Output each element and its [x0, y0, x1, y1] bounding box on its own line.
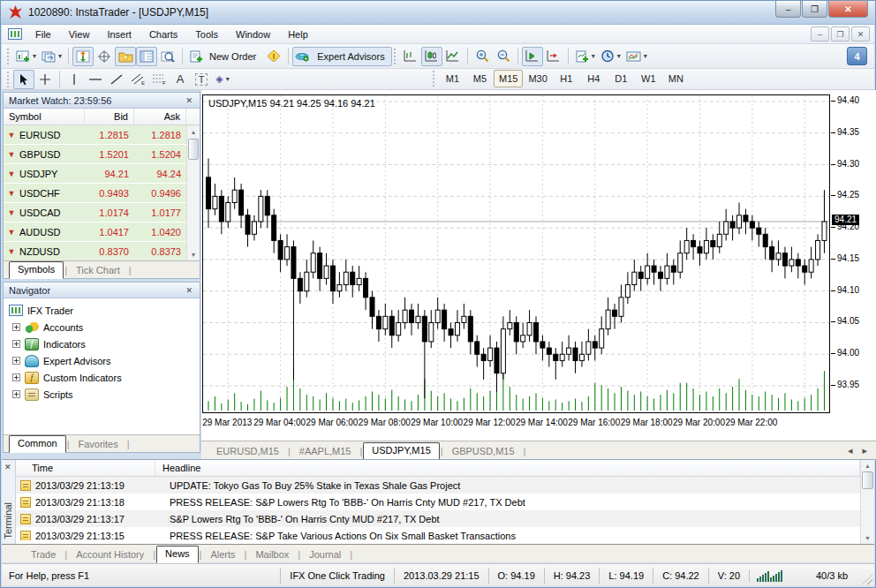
profiles-button[interactable]: ▾: [39, 47, 64, 66]
auto-scroll-button[interactable]: [522, 47, 543, 66]
expert-advisors-button[interactable]: Expert Advisors: [292, 47, 391, 66]
period-w1-button[interactable]: W1: [635, 70, 662, 87]
vertical-line-button[interactable]: [64, 70, 85, 89]
market-watch-row[interactable]: ▼GBPUSD1.52011.5204: [4, 145, 200, 163]
scroll-down-icon[interactable]: ▼: [187, 249, 200, 260]
horizontal-line-button[interactable]: [85, 70, 106, 89]
navigator-close-icon[interactable]: ✕: [184, 286, 194, 295]
market-watch-scrollbar[interactable]: ▲ ▼: [186, 126, 200, 260]
crosshair-tool-button[interactable]: [34, 70, 56, 89]
market-watch-row[interactable]: ▼NZDUSD0.83700.8373: [4, 242, 200, 260]
news-row[interactable]: 2013/03/29 21:13:17S&P Lowers Rtg To 'BB…: [16, 510, 860, 527]
column-bid[interactable]: Bid: [85, 109, 134, 124]
chart-tab-gbpusd-m15[interactable]: GBPUSD,M15: [444, 444, 523, 459]
news-row[interactable]: 2013/03/29 21:13:19UPDATE: Tokyo Gas To …: [16, 477, 860, 494]
terminal-close-icon[interactable]: ✕: [4, 463, 11, 471]
market-watch-close-icon[interactable]: ✕: [184, 96, 194, 105]
market-watch-row[interactable]: ▼EURUSD1.28151.2818: [4, 125, 200, 144]
price-axis[interactable]: 94.4094.3594.3094.2594.2094.1594.1094.05…: [830, 94, 876, 413]
text-label-button[interactable]: T: [191, 70, 212, 89]
terminal-toggle-button[interactable]: [136, 47, 157, 66]
period-m15-button[interactable]: M15: [494, 70, 523, 87]
menu-file[interactable]: File: [26, 26, 60, 42]
window-minimize-button[interactable]: –: [775, 1, 801, 18]
navigator-item-custom-indicators[interactable]: Custom Indicators: [4, 369, 200, 386]
market-watch-row[interactable]: ▼USDCHF0.94930.9496: [4, 184, 200, 202]
period-d1-button[interactable]: D1: [608, 70, 635, 87]
terminal-tab-mailbox[interactable]: Mailbox: [247, 547, 297, 562]
tab-favorites[interactable]: Favorites: [70, 437, 125, 452]
menu-charts[interactable]: Charts: [140, 26, 186, 42]
important-news-button[interactable]: !: [263, 47, 284, 66]
market-watch-toggle-button[interactable]: [72, 47, 94, 66]
fibonacci-button[interactable]: F: [148, 70, 170, 89]
market-watch-row[interactable]: ▼USDCAD1.01741.0177: [4, 203, 200, 222]
navigator-root-item[interactable]: IFX Trader: [4, 302, 200, 319]
new-chart-button[interactable]: ▾: [13, 47, 39, 66]
chart-shift-button[interactable]: [543, 47, 564, 66]
scrollbar-thumb[interactable]: [862, 471, 873, 489]
market-watch-row[interactable]: ▼USDJPY94.2194.24: [4, 164, 200, 183]
menu-tools[interactable]: Tools: [186, 26, 227, 42]
period-mn-button[interactable]: MN: [662, 70, 690, 87]
equidistant-channel-button[interactable]: E: [127, 70, 148, 89]
terminal-tab-journal[interactable]: Journal: [301, 547, 349, 562]
column-time[interactable]: Time: [16, 460, 155, 476]
period-h4-button[interactable]: H4: [580, 70, 608, 87]
chart-close-button[interactable]: ✕: [851, 26, 870, 41]
cursor-button[interactable]: [13, 70, 34, 89]
expand-plus-icon[interactable]: [12, 373, 20, 381]
indicators-button[interactable]: ▾: [572, 47, 598, 66]
chart-tab-eurusd-m15[interactable]: EURUSD,M15: [208, 444, 287, 459]
menu-help[interactable]: Help: [279, 26, 317, 42]
price-chart-canvas[interactable]: [203, 95, 829, 412]
expand-plus-icon[interactable]: [12, 340, 20, 348]
notifications-button[interactable]: 4: [847, 47, 867, 65]
period-m30-button[interactable]: M30: [523, 70, 552, 87]
periods-button[interactable]: ▾: [598, 47, 623, 66]
news-row[interactable]: 2013/03/29 21:13:15PRESS RELEASE: S&P Ta…: [16, 527, 860, 540]
navigator-item-accounts[interactable]: Accounts: [4, 319, 200, 335]
scroll-up-icon[interactable]: ▲: [861, 460, 874, 471]
terminal-tab-trade[interactable]: Trade: [23, 547, 64, 562]
strategy-tester-button[interactable]: [157, 47, 178, 66]
column-symbol[interactable]: Symbol: [4, 109, 85, 124]
news-row[interactable]: 2013/03/29 21:13:18PRESS RELEASE: S&P Lo…: [16, 494, 860, 510]
trendline-button[interactable]: [106, 70, 127, 89]
terminal-tab-news[interactable]: News: [156, 546, 199, 563]
scrollbar-thumb[interactable]: [188, 139, 199, 160]
chart-restore-button[interactable]: ❐: [831, 26, 850, 41]
period-h1-button[interactable]: H1: [553, 70, 580, 87]
line-chart-button[interactable]: [442, 47, 464, 66]
tab-common[interactable]: Common: [9, 435, 66, 453]
templates-button[interactable]: ▾: [623, 47, 650, 66]
chart-minimize-button[interactable]: –: [811, 26, 829, 41]
status-one-click[interactable]: IFX One Click Trading: [280, 568, 394, 584]
chart-tab--aapl-m15[interactable]: #AAPL,M15: [291, 444, 359, 459]
menu-window[interactable]: Window: [227, 26, 279, 42]
navigator-item-scripts[interactable]: Scripts: [4, 386, 200, 403]
scroll-down-icon[interactable]: ▼: [861, 532, 874, 544]
scroll-up-icon[interactable]: ▲: [187, 126, 200, 138]
zoom-in-button[interactable]: [472, 47, 493, 66]
zoom-out-button[interactable]: [493, 47, 514, 66]
navigator-toggle-button[interactable]: [115, 47, 136, 66]
text-tool-button[interactable]: A: [170, 70, 191, 89]
new-order-button[interactable]: New Order: [186, 47, 263, 66]
tab-scroll-arrows[interactable]: ◂ ▸: [842, 445, 876, 459]
candlestick-button[interactable]: [421, 47, 442, 66]
window-restore-button[interactable]: ❐: [802, 1, 827, 18]
column-headline[interactable]: Headline: [155, 460, 860, 476]
terminal-scrollbar[interactable]: ▲ ▼: [860, 460, 874, 544]
market-watch-row[interactable]: ▼AUDUSD1.04171.0420: [4, 222, 200, 241]
expand-plus-icon[interactable]: [12, 323, 20, 331]
bar-chart-button[interactable]: [400, 47, 421, 66]
period-m5-button[interactable]: M5: [466, 70, 494, 87]
menu-insert[interactable]: Insert: [98, 26, 140, 42]
navigator-item-expert-advisors[interactable]: Expert Advisors: [4, 352, 200, 369]
expand-plus-icon[interactable]: [12, 390, 20, 398]
tab-symbols[interactable]: Symbols: [9, 261, 64, 279]
terminal-tab-account-history[interactable]: Account History: [68, 547, 152, 562]
terminal-tab-alerts[interactable]: Alerts: [202, 547, 243, 562]
expand-plus-icon[interactable]: [12, 357, 20, 365]
